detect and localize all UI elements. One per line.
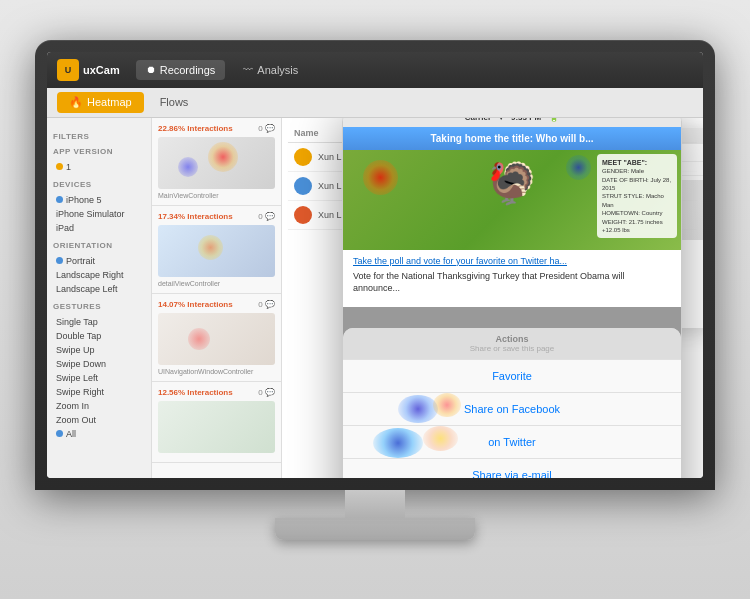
info-gender: GENDER: Male [602,167,672,175]
panel-3-comment: 0 💬 [258,300,275,309]
avatar-1 [294,148,312,166]
heat-blob-fb-1 [398,395,438,423]
gesture-double-tap[interactable]: Double Tap [53,329,145,343]
device-iphone5[interactable]: iPhone 5 [53,193,145,207]
ios-text-content: Take the poll and vote for your favorite… [343,250,681,301]
gesture-zoom-out[interactable]: Zoom Out [53,413,145,427]
wifi-icon: ▾ [499,118,503,123]
carrier-text: Carrier [465,118,491,123]
info-weight: WEIGHT: 21.75 inches [602,218,672,226]
action-sheet-subtitle: Share or save this page [353,344,671,353]
logo-icon: U [57,59,79,81]
battery-icon: 🔋 [549,118,559,123]
panel-1-header: 22.86% Interactions 0 💬 [158,124,275,133]
info-dob: DATE OF BIRTH: July 28, 2015 [602,176,672,193]
gesture-swipe-up[interactable]: Swipe Up [53,343,145,357]
action-sheet-inner: Actions Share or save this page Favorite [343,328,681,478]
main-content: FILTERS APP VERSION 1 DEVICES iPhone 5 [47,118,703,478]
orientation-dot [56,257,63,264]
app-version-value: 1 [66,162,71,172]
heatmap-icon: 🔥 [69,96,83,109]
device-ipad[interactable]: iPad [53,221,145,235]
panel-4-thumb [158,401,275,453]
app-version-title: APP VERSION [53,147,145,156]
panel-2-header: 17.34% Interactions 0 💬 [158,212,275,221]
orientation-title: ORIENTATION [53,241,145,250]
orientation-landscape-left[interactable]: Landscape Left [53,282,145,296]
panel-4-stat: 12.56% Interactions [158,388,233,397]
heatmap-panel-3[interactable]: 14.07% Interactions 0 💬 UINavigationWind… [152,294,281,382]
app-version-item[interactable]: 1 [53,160,145,174]
heat-blob-tw-1 [373,428,423,458]
devices-title: DEVICES [53,180,145,189]
device-simulator[interactable]: iPhone Simulator [53,207,145,221]
heatmap-tab[interactable]: 🔥 Heatmap [57,92,144,113]
ios-link[interactable]: Take the poll and vote for your favorite… [353,256,671,266]
main-view: Name Uploaded ▲ Length Xun Lin Sep 30 19… [282,118,703,478]
ios-image-area: 🦃 MEET "ABE": GENDER: M [343,150,681,250]
gesture-swipe-left[interactable]: Swipe Left [53,371,145,385]
panel-1-label: MainViewController [158,192,275,199]
panel-4-header: 12.56% Interactions 0 💬 [158,388,275,397]
panel-3-stat: 14.07% Interactions [158,300,233,309]
monitor-body: U uxCam ⏺ Recordings 〰 Analysis [35,40,715,490]
action-sheet-facebook[interactable]: Share on Facebook [343,392,681,425]
panel-1-stat: 22.86% Interactions [158,124,233,133]
recordings-tab[interactable]: ⏺ Recordings [136,60,226,80]
phone-content: Taking home the title: Who will b... 🦃 [343,127,681,478]
phone-overlay: Carrier ▾ 9:33 PM 🔋 Taking hom [342,118,682,478]
heat-blob-2 [178,157,198,177]
analysis-icon: 〰 [243,64,253,75]
action-sheet: Actions Share or save this page Favorite [343,307,681,478]
heat-blob-3 [198,235,223,260]
heatmap-label: Heatmap [87,96,132,108]
info-card-title: MEET "ABE": [602,158,672,168]
action-sheet-twitter[interactable]: on Twitter [343,425,681,458]
panel-1-thumb [158,137,275,189]
gesture-zoom-in[interactable]: Zoom In [53,399,145,413]
time-text: 9:33 PM [511,118,541,123]
logo-text: uxCam [83,64,120,76]
gesture-swipe-down[interactable]: Swipe Down [53,357,145,371]
monitor-neck [345,490,405,518]
heatmap-panels: 22.86% Interactions 0 💬 MainViewControll… [152,118,282,478]
info-hometown: HOMETOWN: Country [602,209,672,217]
action-sheet-favorite[interactable]: Favorite [343,359,681,392]
panel-1-comment: 0 💬 [258,124,275,133]
gesture-all[interactable]: All [53,427,145,441]
avatar-2 [294,177,312,195]
analysis-tab[interactable]: 〰 Analysis [233,60,308,80]
ios-app-content: Taking home the title: Who will b... 🦃 [343,127,681,478]
monitor-shell: U uxCam ⏺ Recordings 〰 Analysis [35,40,715,560]
panel-2-comment: 0 💬 [258,212,275,221]
heatmap-panel-2[interactable]: 17.34% Interactions 0 💬 detailViewContro… [152,206,281,294]
action-sheet-email[interactable]: Share via e-mail [343,458,681,478]
secondary-nav: 🔥 Heatmap Flows [47,88,703,118]
avatar-3 [294,206,312,224]
panel-3-label: UINavigationWindowController [158,368,275,375]
monitor-base [275,518,475,540]
ios-vote-text: Vote for the National Thanksgiving Turke… [353,270,671,295]
info-style: STRUT STYLE: Macho Man [602,192,672,209]
heat-blob-img-1 [363,160,398,195]
ios-header: Taking home the title: Who will b... [343,127,681,150]
heat-blob-tw-2 [423,426,458,451]
orientation-landscape-right[interactable]: Landscape Right [53,268,145,282]
heatmap-panel-4[interactable]: 12.56% Interactions 0 💬 [152,382,281,463]
sidebar: FILTERS APP VERSION 1 DEVICES iPhone 5 [47,118,152,478]
recordings-icon: ⏺ [146,64,156,75]
logo-area: U uxCam [57,59,120,81]
heat-blob-fb-2 [433,393,461,417]
action-sheet-title: Actions Share or save this page [343,328,681,359]
gesture-all-dot [56,430,63,437]
device-dot [56,196,63,203]
info-weight2: +12.05 lbs [602,226,672,234]
heatmap-panel-1[interactable]: 22.86% Interactions 0 💬 MainViewControll… [152,118,281,206]
gesture-swipe-right[interactable]: Swipe Right [53,385,145,399]
flows-tab[interactable]: Flows [148,92,201,112]
panel-3-thumb [158,313,275,365]
heat-blob-1 [208,142,238,172]
orientation-portrait[interactable]: Portrait [53,254,145,268]
gesture-single-tap[interactable]: Single Tap [53,315,145,329]
analysis-label: Analysis [257,64,298,76]
